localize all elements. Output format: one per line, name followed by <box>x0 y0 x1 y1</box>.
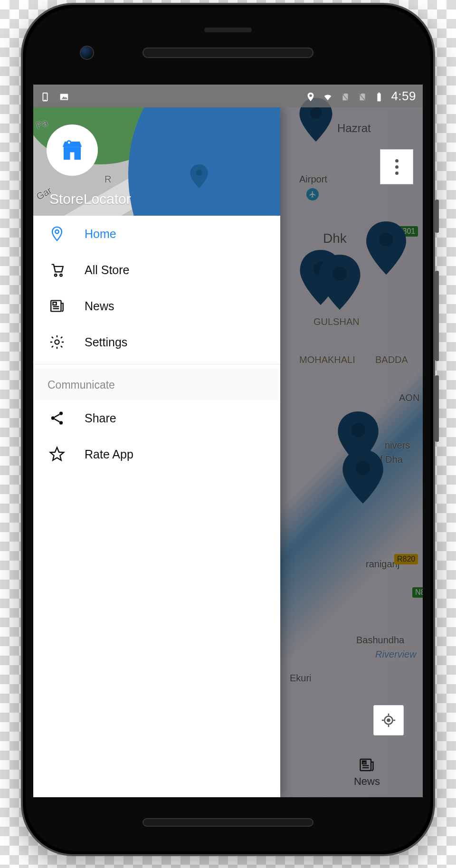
navigation-drawer: Pa Gar R StoreLocator <box>33 107 280 797</box>
speaker-bottom <box>142 818 314 827</box>
app-title: StoreLocator <box>49 191 131 207</box>
svg-rect-0 <box>43 93 47 101</box>
phone-frame: 4:59 Hazrat Airport Dhk GULSHAN MOHAKHAL… <box>21 3 435 856</box>
crosshair-icon <box>380 712 397 728</box>
svg-point-30 <box>60 274 62 277</box>
drawer-item-label: Home <box>85 227 116 241</box>
battery-icon <box>374 91 384 101</box>
svg-point-38 <box>59 421 63 424</box>
svg-rect-6 <box>378 94 381 102</box>
svg-marker-39 <box>50 448 64 460</box>
drawer-item-label: Share <box>85 411 116 425</box>
drawer-menu: Home All Store News <box>33 216 280 472</box>
app-logo <box>47 124 98 176</box>
status-bar: 4:59 <box>33 85 423 107</box>
side-button-volume-down <box>435 375 439 442</box>
svg-point-36 <box>59 411 63 415</box>
more-vert-icon <box>395 159 399 175</box>
cart-icon <box>48 260 66 279</box>
svg-rect-7 <box>379 93 380 94</box>
no-sim-icon-1 <box>340 91 350 101</box>
status-time: 4:59 <box>391 89 416 104</box>
drawer-divider <box>33 364 280 364</box>
screen: 4:59 Hazrat Airport Dhk GULSHAN MOHAKHAL… <box>33 85 423 797</box>
drawer-header: Pa Gar R StoreLocator <box>33 107 280 216</box>
location-icon <box>305 91 316 101</box>
svg-point-27 <box>68 142 70 144</box>
status-left <box>40 91 69 101</box>
sensor <box>204 28 252 32</box>
header-map-pin-icon <box>190 164 208 188</box>
portrait-lock-icon <box>40 91 50 101</box>
svg-point-29 <box>55 274 57 277</box>
star-icon <box>48 445 66 464</box>
svg-point-25 <box>196 170 202 176</box>
map-label-r: R <box>104 174 111 185</box>
status-right: 4:59 <box>305 89 416 104</box>
svg-point-37 <box>51 416 55 420</box>
drawer-item-share[interactable]: Share <box>33 400 280 436</box>
gear-icon <box>48 333 66 352</box>
drawer-item-settings[interactable]: Settings <box>33 324 280 360</box>
drawer-item-home[interactable]: Home <box>33 216 280 252</box>
drawer-section-communicate: Communicate <box>33 368 280 400</box>
speaker-top <box>142 48 314 58</box>
newspaper-icon <box>358 756 375 773</box>
image-icon <box>59 91 69 101</box>
svg-point-28 <box>55 230 58 233</box>
drawer-item-label: All Store <box>85 263 129 277</box>
drawer-item-label: News <box>85 299 114 313</box>
front-camera <box>80 46 94 60</box>
drawer-item-label: Rate App <box>85 448 133 461</box>
svg-rect-1 <box>44 100 46 100</box>
drawer-item-news[interactable]: News <box>33 288 280 324</box>
bottom-nav-news[interactable]: News <box>354 756 380 788</box>
location-pin-icon <box>48 224 66 243</box>
more-options-button[interactable] <box>380 149 413 184</box>
drawer-item-rate-app[interactable]: Rate App <box>33 436 280 472</box>
drawer-item-label: Settings <box>85 335 127 349</box>
bottom-nav-news-label: News <box>354 775 380 788</box>
share-icon <box>48 409 66 428</box>
store-logo-icon <box>59 137 85 163</box>
newspaper-icon <box>48 296 66 315</box>
side-button-volume-up <box>435 271 439 361</box>
my-location-button[interactable] <box>373 705 404 735</box>
wifi-icon <box>323 91 333 101</box>
svg-rect-32 <box>53 302 57 305</box>
side-button-power <box>435 200 439 233</box>
drawer-item-all-store[interactable]: All Store <box>33 252 280 288</box>
no-sim-icon-2 <box>357 91 367 101</box>
svg-point-35 <box>55 340 59 344</box>
svg-point-15 <box>387 719 390 721</box>
